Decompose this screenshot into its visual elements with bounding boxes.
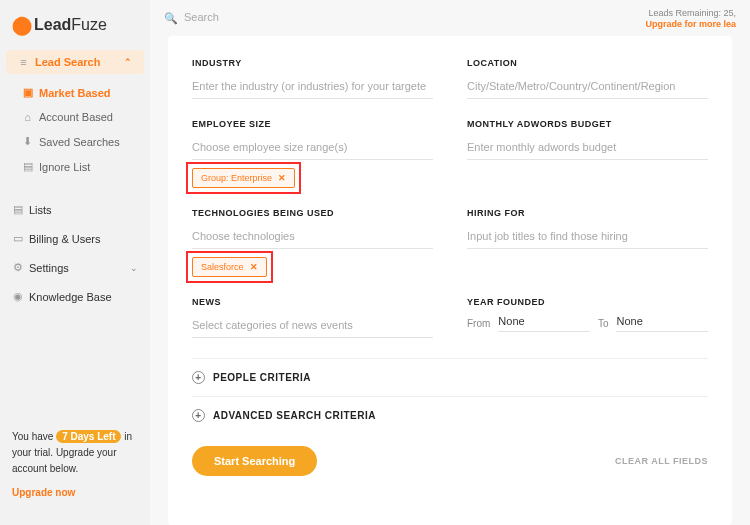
sidebar: ⬤ LeadFuze ≡ Lead Search ⌃ ▣ Market Base… — [0, 0, 150, 525]
clear-all-fields-link[interactable]: CLEAR ALL FIELDS — [615, 456, 708, 466]
tech-input[interactable] — [192, 226, 433, 249]
from-label: From — [467, 318, 490, 329]
briefcase-icon: ▣ — [22, 86, 33, 99]
tech-tag[interactable]: Salesforce ✕ — [192, 257, 267, 277]
sidebar-item-label: Ignore List — [39, 161, 90, 173]
founded-from-select[interactable]: None — [498, 315, 590, 332]
brand-logo: ⬤ LeadFuze — [0, 10, 150, 50]
trial-badge: 7 Days Left — [56, 430, 121, 443]
employee-tag-label: Group: Enterprise — [201, 173, 272, 183]
location-label: LOCATION — [467, 58, 708, 68]
gear-icon: ⚙ — [12, 261, 23, 274]
sidebar-item-label: Knowledge Base — [29, 291, 112, 303]
help-icon: ◉ — [12, 290, 23, 303]
main: 🔍 Leads Remaining: 25, Upgrade for more … — [150, 0, 750, 525]
employee-label: EMPLOYEE SIZE — [192, 119, 433, 129]
to-label: To — [598, 318, 609, 329]
upgrade-more-leads-link[interactable]: Upgrade for more lea — [645, 19, 736, 29]
news-label: NEWS — [192, 297, 433, 307]
founded-to-select[interactable]: None — [616, 315, 708, 332]
plus-icon: + — [192, 409, 205, 422]
sidebar-item-label: Market Based — [39, 87, 111, 99]
sidebar-item-market-based[interactable]: ▣ Market Based — [22, 80, 150, 105]
trial-box: You have 7 Days Left in your trial. Upgr… — [0, 429, 150, 515]
people-criteria-toggle[interactable]: + PEOPLE CRITERIA — [192, 358, 708, 396]
employee-input[interactable] — [192, 137, 433, 160]
topbar: 🔍 Leads Remaining: 25, Upgrade for more … — [150, 0, 750, 36]
document-icon: ▤ — [22, 160, 33, 173]
advanced-criteria-label: ADVANCED SEARCH CRITERIA — [213, 410, 376, 421]
card-icon: ▭ — [12, 232, 23, 245]
start-searching-button[interactable]: Start Searching — [192, 446, 317, 476]
chevron-up-icon: ⌃ — [124, 57, 132, 67]
sliders-icon: ≡ — [18, 56, 29, 68]
nav-lead-search-label: Lead Search — [35, 56, 100, 68]
advanced-criteria-toggle[interactable]: + ADVANCED SEARCH CRITERIA — [192, 396, 708, 434]
nav-lead-search-group: ≡ Lead Search ⌃ ▣ Market Based ⌂ Account… — [0, 50, 150, 179]
plus-icon: + — [192, 371, 205, 384]
tech-tag-label: Salesforce — [201, 262, 244, 272]
hiring-input[interactable] — [467, 226, 708, 249]
adwords-input[interactable] — [467, 137, 708, 160]
sidebar-item-label: Settings — [29, 262, 69, 274]
people-criteria-label: PEOPLE CRITERIA — [213, 372, 311, 383]
sidebar-item-kb[interactable]: ◉ Knowledge Base — [0, 282, 150, 311]
sidebar-item-account-based[interactable]: ⌂ Account Based — [22, 105, 150, 129]
industry-input[interactable] — [192, 76, 433, 99]
hiring-label: HIRING FOR — [467, 208, 708, 218]
location-input[interactable] — [467, 76, 708, 99]
clipboard-icon: ▤ — [12, 203, 23, 216]
news-input[interactable] — [192, 315, 433, 338]
trial-upgrade-link[interactable]: Upgrade now — [12, 485, 138, 501]
sidebar-item-label: Lists — [29, 204, 52, 216]
trial-text-prefix: You have — [12, 431, 56, 442]
brand-lead: Lead — [34, 16, 71, 34]
adwords-label: MONTHLY ADWORDS BUDGET — [467, 119, 708, 129]
founded-label: YEAR FOUNDED — [467, 297, 708, 307]
sidebar-item-saved-searches[interactable]: ⬇ Saved Searches — [22, 129, 150, 154]
sidebar-item-billing[interactable]: ▭ Billing & Users — [0, 224, 150, 253]
tech-label: TECHNOLOGIES BEING USED — [192, 208, 433, 218]
close-icon[interactable]: ✕ — [278, 173, 286, 183]
account-icon: ⌂ — [22, 111, 33, 123]
sidebar-item-label: Account Based — [39, 111, 113, 123]
nav-lead-search[interactable]: ≡ Lead Search ⌃ — [6, 50, 144, 74]
close-icon[interactable]: ✕ — [250, 262, 258, 272]
search-icon: 🔍 — [164, 12, 178, 25]
search-form-card: INDUSTRY LOCATION EMPLOYEE SIZE Group: — [168, 36, 732, 525]
employee-tag[interactable]: Group: Enterprise ✕ — [192, 168, 295, 188]
download-icon: ⬇ — [22, 135, 33, 148]
sidebar-item-label: Billing & Users — [29, 233, 101, 245]
sidebar-item-label: Saved Searches — [39, 136, 120, 148]
global-search-input[interactable] — [184, 7, 384, 29]
industry-label: INDUSTRY — [192, 58, 433, 68]
flame-icon: ⬤ — [12, 14, 32, 36]
sidebar-item-ignore-list[interactable]: ▤ Ignore List — [22, 154, 150, 179]
chevron-down-icon: ⌄ — [130, 263, 138, 273]
brand-fuze: Fuze — [71, 16, 107, 34]
sidebar-item-lists[interactable]: ▤ Lists — [0, 195, 150, 224]
leads-remaining-text: Leads Remaining: 25, — [645, 8, 736, 18]
sidebar-item-settings[interactable]: ⚙ Settings ⌄ — [0, 253, 150, 282]
